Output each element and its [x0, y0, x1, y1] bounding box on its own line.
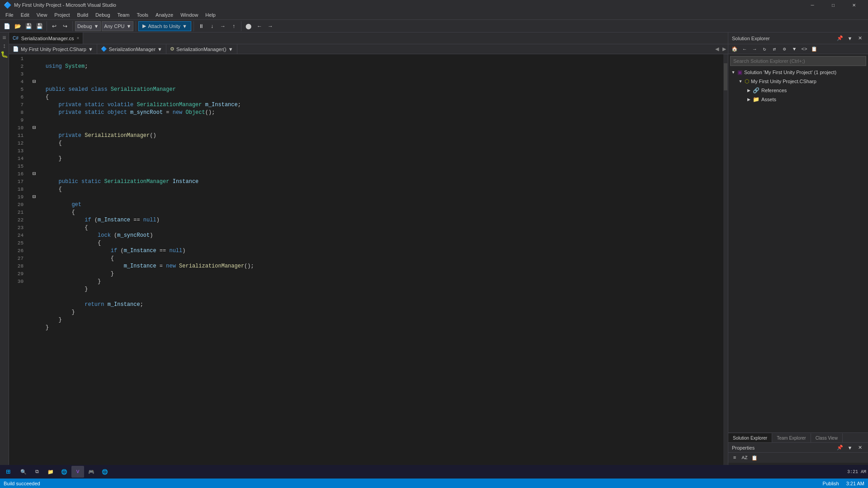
nav-project-arrow: ▼	[88, 47, 93, 52]
props-menu-button[interactable]: ▼	[845, 443, 854, 452]
references-icon: 🔗	[753, 87, 760, 94]
nav-bar: 📄 My First Unity Project.CSharp ▼ 🔷 Seri…	[9, 44, 728, 54]
menu-file[interactable]: File	[2, 10, 17, 20]
step-out-button[interactable]: ↑	[229, 21, 239, 31]
tree-assets[interactable]: ▶ 📁 Assets	[728, 95, 868, 104]
taskbar-search[interactable]: 🔍	[17, 466, 30, 478]
tab-bar: C# SerializationManager.cs ×	[9, 33, 728, 44]
se-bottom-tabs: Solution Explorer Team Explorer Class Vi…	[728, 432, 868, 442]
minimize-button[interactable]: ─	[802, 0, 823, 10]
breakpoint-button[interactable]: ⬤	[244, 21, 254, 31]
se-refresh-button[interactable]: ↻	[760, 45, 769, 54]
undo-button[interactable]: ↩	[49, 21, 59, 31]
taskbar-time-label: 3:21 AM	[847, 469, 866, 474]
solution-explorer-tree[interactable]: ▼ ▣ Solution 'My First Unity Project' (1…	[728, 68, 868, 432]
save-all-button[interactable]: 💾	[34, 21, 44, 31]
tree-solution[interactable]: ▼ ▣ Solution 'My First Unity Project' (1…	[728, 68, 868, 77]
nav-project[interactable]: 📄 My First Unity Project.CSharp ▼	[9, 44, 97, 54]
redo-button[interactable]: ↪	[60, 21, 70, 31]
step-over-button[interactable]: →	[218, 21, 228, 31]
new-project-button[interactable]: 📄	[2, 21, 12, 31]
nav-back-button[interactable]: ←	[255, 21, 264, 31]
se-filter-button[interactable]: ▼	[790, 45, 799, 54]
activity-debug[interactable]: 🐛	[1, 51, 8, 58]
se-forward-button[interactable]: →	[750, 45, 759, 54]
platform-dropdown[interactable]: Any CPU ▼	[102, 21, 133, 31]
menu-view[interactable]: View	[33, 10, 51, 20]
code-editor[interactable]: using System; ⊟ public sealed class Seri…	[27, 54, 723, 471]
taskbar-unity[interactable]: 🎮	[85, 466, 98, 478]
se-close-button[interactable]: ✕	[855, 34, 864, 43]
se-tab-solution[interactable]: Solution Explorer	[728, 433, 772, 442]
activity-solution[interactable]: ≡	[1, 34, 8, 42]
toolbar: 📄 📂 💾 💾 ↩ ↪ Debug ▼ Any CPU ▼ ▶ Attach t…	[0, 20, 868, 33]
nav-scroll: ◀ ▶	[713, 44, 728, 54]
taskbar-chrome[interactable]: 🌐	[99, 466, 111, 478]
se-sync-button[interactable]: ⇄	[770, 45, 779, 54]
props-alphabetical-button[interactable]: AZ	[740, 453, 749, 462]
menu-window[interactable]: Window	[177, 10, 202, 20]
props-close-button[interactable]: ✕	[855, 443, 864, 452]
restore-button[interactable]: □	[823, 0, 844, 10]
nav-class[interactable]: 🔷 SerializationManager ▼	[97, 44, 166, 54]
vertical-scrollbar[interactable]	[723, 54, 728, 471]
nav-method[interactable]: ⚙ SerializationManager() ▼	[166, 44, 237, 54]
solution-icon: ▣	[737, 69, 742, 75]
se-settings-button[interactable]: ⚙	[780, 45, 789, 54]
se-code-button[interactable]: <>	[800, 45, 809, 54]
menu-help[interactable]: Help	[202, 10, 219, 20]
status-right: Publish 3:21 AM	[823, 481, 864, 486]
references-label: References	[761, 88, 787, 93]
props-pages-button[interactable]: 📋	[750, 453, 759, 462]
taskbar-edge[interactable]: 🌐	[58, 466, 71, 478]
scroll-left-icon[interactable]: ◀	[713, 44, 721, 54]
pause-button[interactable]: ⏸	[196, 21, 206, 31]
taskbar-vs[interactable]: V	[71, 466, 84, 478]
config-dropdown[interactable]: Debug ▼	[75, 21, 101, 31]
nav-forward-button[interactable]: →	[265, 21, 275, 31]
menu-debug[interactable]: Debug	[92, 10, 113, 20]
toolbar-sep-2	[72, 21, 73, 31]
taskbar-task-view[interactable]: ⧉	[31, 466, 43, 478]
start-button[interactable]: ⊞	[2, 466, 14, 478]
taskbar-explorer[interactable]: 📁	[44, 466, 57, 478]
activity-nav[interactable]: ↕	[1, 42, 8, 50]
save-button[interactable]: 💾	[24, 21, 33, 31]
menu-edit[interactable]: Edit	[17, 10, 33, 20]
window-controls[interactable]: ─ □ ✕	[802, 0, 864, 10]
toolbar-sep-4	[193, 21, 194, 31]
se-search-input[interactable]	[730, 56, 866, 66]
scrollbar-thumb[interactable]	[724, 63, 727, 90]
file-tab-serialization[interactable]: C# SerializationManager.cs ×	[9, 33, 83, 44]
menu-build[interactable]: Build	[74, 10, 92, 20]
se-properties-button[interactable]: 📋	[810, 45, 819, 54]
se-tab-class[interactable]: Class View	[811, 433, 843, 442]
attach-to-unity-button[interactable]: ▶ Attach to Unity ▼	[138, 21, 191, 31]
props-pin-button[interactable]: 📌	[835, 443, 844, 452]
tree-references[interactable]: ▶ 🔗 References	[728, 86, 868, 95]
scroll-right-icon[interactable]: ▶	[721, 44, 728, 54]
menu-tools[interactable]: Tools	[133, 10, 152, 20]
se-menu-button[interactable]: ▼	[845, 34, 854, 43]
publish-label[interactable]: Publish	[823, 481, 839, 486]
tab-close-icon[interactable]: ×	[77, 36, 80, 41]
project-label: My First Unity Project.CSharp	[751, 79, 816, 84]
menu-project[interactable]: Project	[51, 10, 73, 20]
main-layout: ≡ ↕ 🐛 C# SerializationManager.cs × 📄 My …	[0, 33, 868, 479]
se-search-wrap	[728, 54, 868, 68]
step-into-button[interactable]: ↓	[207, 21, 217, 31]
se-tab-team[interactable]: Team Explorer	[772, 433, 811, 442]
code-wrapper[interactable]: 1 2 3 4 5 6 7 8 9 10 11 12 13 14 15 16 1…	[9, 54, 728, 471]
cs-file-icon: C#	[13, 36, 19, 41]
menu-analyze[interactable]: Analyze	[152, 10, 177, 20]
menu-team[interactable]: Team	[114, 10, 133, 20]
close-button[interactable]: ✕	[844, 0, 864, 10]
assets-folder-icon: 📁	[753, 96, 760, 103]
se-home-button[interactable]: 🏠	[730, 45, 739, 54]
status-bar: Build succeeded Publish 3:21 AM	[0, 479, 868, 488]
props-categorize-button[interactable]: ≡	[730, 453, 739, 462]
open-button[interactable]: 📂	[13, 21, 23, 31]
se-pin-button[interactable]: 📌	[835, 34, 844, 43]
se-back-button[interactable]: ←	[740, 45, 749, 54]
tree-project[interactable]: ▼ ⬡ My First Unity Project.CSharp	[728, 77, 868, 86]
